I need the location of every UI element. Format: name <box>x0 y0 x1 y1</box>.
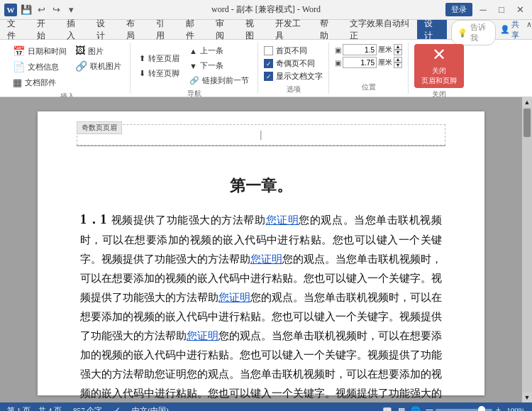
link-prev-button[interactable]: 🔗 链接到前一节 <box>187 74 252 87</box>
zoom-in-button[interactable]: + <box>495 405 501 411</box>
header-unit: 厘米 <box>378 45 392 55</box>
linked-picture-icon: 🔗 <box>75 60 87 72</box>
share-button[interactable]: 👤 共享 <box>500 20 523 39</box>
proofread-icon: ✓ <box>113 405 121 412</box>
odd-even-check[interactable]: 奇偶页不同 <box>264 58 323 69</box>
header-dist-input[interactable] <box>343 44 377 55</box>
save-button[interactable]: 💾 <box>20 4 33 16</box>
prev-button[interactable]: ▲ 上一条 <box>187 44 252 57</box>
group-nav-content: ⬆ 转至页眉 ⬇ 转至页脚 ▲ 上一条 ▼ 下一条 <box>136 44 252 87</box>
tab-insert[interactable]: 插入 <box>60 20 89 39</box>
link-2[interactable]: 您证明 <box>250 253 282 265</box>
first-diff-check[interactable]: 首页不同 <box>264 45 323 56</box>
close-header-footer-button[interactable]: ✕ 关闭页眉和页脚 <box>414 44 464 88</box>
show-doc-text-checkbox[interactable] <box>264 72 273 81</box>
show-doc-text-check[interactable]: 显示文档文字 <box>264 71 323 82</box>
group-insert-content: 📅 日期和时间 📄 文档信息 ▦ 文档部件 🖼 图片 <box>10 44 124 90</box>
parts-button[interactable]: ▦ 文档部件 <box>10 75 70 90</box>
header-up[interactable]: ▲ <box>394 44 402 50</box>
gotof-icon: ⬇ <box>139 69 145 78</box>
linked-picture-button[interactable]: 🔗 联机图片 <box>72 59 124 74</box>
parts-label: 文档部件 <box>25 77 56 88</box>
picture-label: 图片 <box>88 46 104 57</box>
odd-even-checkbox[interactable] <box>264 59 273 68</box>
goto-header-button[interactable]: ⬆ 转至页眉 <box>136 52 182 65</box>
group-position-label: 位置 <box>362 81 376 92</box>
header-position-row: ▣ 厘米 ▲ ▼ <box>335 44 402 55</box>
tab-view[interactable]: 视图 <box>238 20 268 39</box>
tab-layout[interactable]: 布局 <box>119 20 149 39</box>
header-line <box>77 146 445 146</box>
redo-button[interactable]: ↪ <box>50 4 62 16</box>
document-area: | 奇数页页眉 第一章。 1．1视频提供了功能强大的方法帮助您证明您的观点。当您… <box>0 97 532 402</box>
datetime-button[interactable]: 📅 日期和时间 <box>10 44 70 59</box>
read-view-button[interactable]: 📖 <box>382 406 392 412</box>
maximize-button[interactable]: □ <box>494 2 509 18</box>
tab-design[interactable]: 设计 <box>89 20 119 39</box>
group-insert: 📅 日期和时间 📄 文档信息 ▦ 文档部件 🖼 图片 <box>4 43 131 94</box>
options-checks: 首页不同 奇偶页不同 显示文档文字 <box>264 44 323 83</box>
vertical-scrollbar[interactable]: ▲ ▼ <box>522 97 532 402</box>
next-label: 下一条 <box>200 60 223 71</box>
expand-button[interactable]: ∧ <box>526 20 532 39</box>
tab-devtools[interactable]: 开发工具 <box>268 20 313 39</box>
tell-me-input[interactable]: 💡 告诉我 <box>451 20 496 45</box>
zoom-slider[interactable]: ─ + <box>426 405 501 411</box>
scroll-thumb[interactable] <box>523 109 531 137</box>
body-text[interactable]: 1．1视频提供了功能强大的方法帮助您证明您的观点。当您单击联机视频时，可以在想要… <box>80 208 442 402</box>
tab-texteffect[interactable]: 文字效果自动纠正 <box>343 20 417 39</box>
page-content: 第一章。 1．1视频提供了功能强大的方法帮助您证明您的观点。当您单击联机视频时，… <box>80 175 442 402</box>
down-icon: ▼ <box>189 62 197 70</box>
print-view-button[interactable]: ▦ <box>398 406 405 412</box>
tab-reference[interactable]: 引用 <box>149 20 179 39</box>
scroll-up-arrow[interactable]: ▲ <box>522 97 532 107</box>
tab-file[interactable]: 文件 <box>0 20 30 39</box>
status-right: 📖 ▦ 🌐 ─ + 100% <box>382 405 526 411</box>
web-view-button[interactable]: 🌐 <box>411 406 421 412</box>
ribbon: 文件 开始 插入 设计 布局 引用 邮件 审阅 视图 开发工具 帮助 文字效果自… <box>0 20 532 97</box>
tab-review[interactable]: 审阅 <box>209 20 238 39</box>
footer-up[interactable]: ▲ <box>394 57 402 62</box>
login-button[interactable]: 登录 <box>445 3 472 16</box>
section-number: 1．1 <box>80 212 106 226</box>
word-count: 857 个字 <box>73 405 102 412</box>
link-3[interactable]: 您证明 <box>218 292 250 303</box>
footer-down[interactable]: ▼ <box>394 62 402 68</box>
page-info: 第 1 页，共 4 页 <box>7 405 62 412</box>
customize-button[interactable]: ▾ <box>65 4 77 16</box>
link-4[interactable]: 您证明 <box>187 330 218 341</box>
header-down[interactable]: ▼ <box>394 50 402 55</box>
chapter-heading: 第一章。 <box>80 175 442 197</box>
goto-header-label: 转至页眉 <box>148 53 179 64</box>
scroll-down-arrow[interactable]: ▼ <box>522 393 532 402</box>
prev-label: 上一条 <box>200 45 223 56</box>
link-1[interactable]: 您证明 <box>266 214 299 226</box>
datetime-label: 日期和时间 <box>28 46 67 57</box>
picture-button[interactable]: 🖼 图片 <box>72 44 124 58</box>
tab-mailing[interactable]: 邮件 <box>179 20 209 39</box>
next-button[interactable]: ▼ 下一条 <box>187 59 252 72</box>
docinfo-button[interactable]: 📄 文档信息 <box>10 60 70 75</box>
close-x-icon: ✕ <box>432 46 446 63</box>
header-dist-label: ▣ <box>335 46 341 54</box>
zoom-out-button[interactable]: ─ <box>426 405 433 411</box>
tab-help[interactable]: 帮助 <box>313 20 343 39</box>
share-label: 共享 <box>511 19 523 40</box>
group-options-label: 选项 <box>287 83 301 94</box>
close-button[interactable]: ✕ <box>512 2 528 18</box>
first-diff-checkbox[interactable] <box>264 46 273 55</box>
footer-spinner[interactable]: ▲ ▼ <box>394 57 402 68</box>
header-spinner[interactable]: ▲ ▼ <box>394 44 402 55</box>
header-region[interactable]: | <box>77 124 445 146</box>
language: 中文(中国) <box>132 405 168 412</box>
footer-dist-input[interactable] <box>343 57 377 68</box>
zoom-thumb[interactable] <box>478 406 485 411</box>
tab-start[interactable]: 开始 <box>30 20 60 39</box>
goto-footer-button[interactable]: ⬇ 转至页脚 <box>136 67 182 80</box>
position-inputs: ▣ 厘米 ▲ ▼ ▣ 厘米 ▲ ▼ <box>335 44 402 68</box>
tab-active-design[interactable]: 设计 <box>417 20 447 39</box>
minimize-button[interactable]: ─ <box>475 2 491 18</box>
document-scroll[interactable]: | 奇数页页眉 第一章。 1．1视频提供了功能强大的方法帮助您证明您的观点。当您… <box>0 97 522 402</box>
status-bar: 第 1 页，共 4 页 857 个字 ✓ 中文(中国) 📖 ▦ 🌐 ─ + 10… <box>0 402 532 411</box>
undo-button[interactable]: ↩ <box>35 4 48 16</box>
